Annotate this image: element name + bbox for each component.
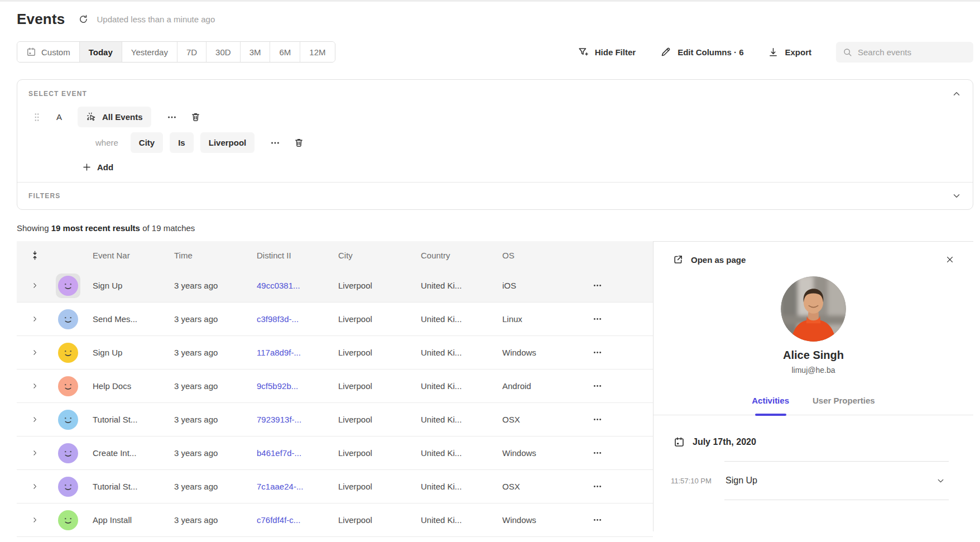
date-range-custom[interactable]: Custom xyxy=(17,42,79,62)
tab-activities[interactable]: Activities xyxy=(752,396,789,415)
tab-user-properties[interactable]: User Properties xyxy=(813,396,875,415)
hide-filter-button[interactable]: Hide Filter xyxy=(578,46,636,57)
expand-row-icon[interactable] xyxy=(31,516,39,524)
distinct-id-link[interactable]: 7c1aae24-... xyxy=(248,482,329,491)
city: Liverpool xyxy=(329,381,412,391)
event-time: 3 years ago xyxy=(165,314,248,324)
col-header-distinct-id: Distinct II xyxy=(248,251,329,260)
date-range-today[interactable]: Today xyxy=(79,42,122,62)
activity-event-select[interactable]: Sign Up xyxy=(724,461,949,500)
calendar-icon xyxy=(674,437,685,448)
date-range-12m[interactable]: 12M xyxy=(300,42,334,62)
more-options-icon[interactable] xyxy=(593,482,653,491)
property-chip[interactable]: City xyxy=(131,132,163,153)
expand-row-icon[interactable] xyxy=(31,483,39,490)
distinct-id-link[interactable]: 49cc0381... xyxy=(248,281,329,290)
filters-section[interactable]: FILTERS xyxy=(17,182,973,209)
more-options-icon[interactable] xyxy=(593,281,653,290)
distinct-id-link[interactable]: c3f98f3d-... xyxy=(248,314,329,324)
more-options-icon[interactable] xyxy=(270,138,280,148)
collapse-section-button[interactable] xyxy=(952,89,962,99)
refresh-button[interactable] xyxy=(78,14,89,25)
expand-row-icon[interactable] xyxy=(31,282,39,289)
distinct-id-link[interactable]: 7923913f-... xyxy=(248,415,329,424)
col-header-country: Country xyxy=(412,251,493,260)
add-event-button[interactable]: Add xyxy=(82,162,113,172)
export-button[interactable]: Export xyxy=(768,47,811,57)
operator-chip[interactable]: Is xyxy=(170,132,194,153)
open-as-page-button[interactable]: Open as page xyxy=(672,254,746,265)
table-row[interactable]: Tutorial St... 3 years ago 7c1aae24-... … xyxy=(17,470,653,503)
summary-prefix: Showing xyxy=(17,223,51,233)
distinct-id-link[interactable]: b461ef7d-... xyxy=(248,448,329,458)
table-row[interactable]: App Install 3 years ago c76fdf4f-c... Li… xyxy=(17,503,653,537)
expand-row-icon[interactable] xyxy=(31,416,39,423)
avatar[interactable] xyxy=(58,443,78,463)
add-label: Add xyxy=(97,162,113,172)
where-label: where xyxy=(95,138,118,147)
chevron-down-icon[interactable] xyxy=(952,191,962,201)
distinct-id-link[interactable]: c76fdf4f-c... xyxy=(248,515,329,525)
city: Liverpool xyxy=(329,482,412,491)
more-options-icon[interactable] xyxy=(593,515,653,525)
avatar[interactable] xyxy=(58,477,78,497)
activity-event-label: Sign Up xyxy=(726,476,757,486)
table-row[interactable]: View Profile Sign Up 3 years ago 49cc038… xyxy=(17,269,653,303)
avatar[interactable] xyxy=(58,510,78,530)
avatar[interactable] xyxy=(58,343,78,363)
table-row[interactable]: Tutorial St... 3 years ago 7923913f-... … xyxy=(17,403,653,437)
where-clause-row: where City Is Liverpool xyxy=(95,132,962,153)
search-input[interactable] xyxy=(858,47,967,57)
export-label: Export xyxy=(785,47,811,57)
delete-condition-icon[interactable] xyxy=(294,137,304,148)
page-header: Events Updated less than a minute ago xyxy=(17,11,973,28)
date-range-yesterday[interactable]: Yesterday xyxy=(122,42,177,62)
event-name: Tutorial St... xyxy=(84,482,165,491)
event-time: 3 years ago xyxy=(165,381,248,391)
filter-icon xyxy=(578,46,589,57)
date-range-7d[interactable]: 7D xyxy=(177,42,206,62)
expand-row-icon[interactable] xyxy=(31,315,39,323)
avatar[interactable]: View Profile xyxy=(56,274,80,298)
city: Liverpool xyxy=(329,515,412,525)
table-row[interactable]: Send Mes... 3 years ago c3f98f3d-... Liv… xyxy=(17,303,653,336)
events-table: Event Nar Time Distinct II City Country … xyxy=(17,241,653,531)
edit-columns-label: Edit Columns · 6 xyxy=(678,47,743,57)
distinct-id-link[interactable]: 9cf5b92b... xyxy=(248,381,329,391)
date-range-3m[interactable]: 3M xyxy=(240,42,270,62)
event-time: 3 years ago xyxy=(165,348,248,357)
avatar[interactable] xyxy=(58,376,78,396)
avatar[interactable] xyxy=(58,309,78,329)
event-selector-chip[interactable]: All Events xyxy=(78,107,151,127)
more-options-icon[interactable] xyxy=(167,112,177,122)
delete-event-icon[interactable] xyxy=(190,112,201,122)
more-options-icon[interactable] xyxy=(593,448,653,458)
profile-tabs: Activities User Properties xyxy=(654,396,973,415)
profile-email: limuj@he.ba xyxy=(654,366,973,375)
table-row[interactable]: Create Int... 3 years ago b461ef7d-... L… xyxy=(17,437,653,470)
os: Linux xyxy=(493,314,577,324)
close-panel-button[interactable] xyxy=(940,255,960,264)
table-row[interactable]: Sign Up 3 years ago 117a8d9f-... Liverpo… xyxy=(17,336,653,370)
event-name: Send Mes... xyxy=(84,314,165,324)
more-options-icon[interactable] xyxy=(593,381,653,391)
more-options-icon[interactable] xyxy=(593,415,653,424)
drag-handle-icon[interactable] xyxy=(34,113,40,122)
collapse-all-rows-icon[interactable] xyxy=(31,250,39,261)
distinct-id-link[interactable]: 117a8d9f-... xyxy=(248,348,329,357)
expand-row-icon[interactable] xyxy=(31,382,39,390)
expand-row-icon[interactable] xyxy=(31,449,39,457)
activity-time: 11:57:10 PM xyxy=(671,477,724,485)
col-header-time: Time xyxy=(165,251,248,260)
summary-count: 19 most recent results xyxy=(51,223,140,233)
date-range-30d[interactable]: 30D xyxy=(206,42,240,62)
date-range-6m[interactable]: 6M xyxy=(270,42,300,62)
more-options-icon[interactable] xyxy=(593,314,653,324)
edit-columns-button[interactable]: Edit Columns · 6 xyxy=(660,46,743,57)
more-options-icon[interactable] xyxy=(593,348,653,357)
table-row[interactable]: Help Docs 3 years ago 9cf5b92b... Liverp… xyxy=(17,370,653,403)
expand-row-icon[interactable] xyxy=(31,349,39,356)
value-chip[interactable]: Liverpool xyxy=(200,132,255,153)
avatar[interactable] xyxy=(58,410,78,430)
date-range-label: 30D xyxy=(215,47,231,57)
